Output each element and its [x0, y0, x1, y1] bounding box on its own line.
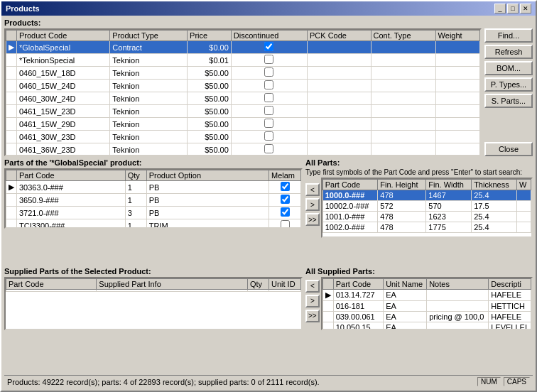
discontinued-checkbox[interactable]	[264, 131, 273, 141]
window-content: Products: Product Code Product Type Pric…	[1, 16, 536, 391]
col-product-option[interactable]: Product Option	[146, 170, 268, 181]
melam-checkbox[interactable]	[281, 182, 290, 191]
table-row[interactable]: 0461_36W_23D Teknion $50.00	[6, 143, 480, 156]
table-row[interactable]: *TeknionSpecial Teknion $0.01	[6, 54, 480, 67]
find-button[interactable]: Find...	[484, 28, 533, 43]
col-melam[interactable]: Melam	[269, 170, 301, 181]
col-as-desc[interactable]: Descripti	[489, 278, 531, 289]
refresh-button[interactable]: Refresh	[484, 45, 533, 59]
title-bar-controls: _ □ ✕	[494, 4, 531, 13]
all-parts-double-right[interactable]: >>	[305, 213, 320, 226]
col-part-code[interactable]: Part Code	[17, 170, 126, 181]
table-row[interactable]: 0461_30W_23D Teknion $50.00	[6, 131, 480, 143]
table-row[interactable]: 039.00.061 EA pricing @ 100,0 HAFELE	[322, 311, 531, 322]
table-row[interactable]: 0460_15W_24D Teknion $50.00	[6, 80, 480, 92]
table-row[interactable]: 10002.0-### 572 570 17.5	[322, 201, 531, 212]
discontinued-checkbox[interactable]	[264, 106, 273, 115]
supplied-with-buttons: Part Code Supplied Part Info Qty Unit ID	[4, 277, 303, 330]
close-window-button[interactable]: ✕	[520, 4, 531, 13]
col-sup-part-code[interactable]: Part Code	[6, 278, 97, 289]
col-cont-type[interactable]: Cont. Type	[371, 31, 435, 41]
supplied-table: Part Code Supplied Part Info Qty Unit ID	[6, 278, 301, 292]
col-sup-info[interactable]: Supplied Part Info	[97, 278, 248, 289]
s-parts-button[interactable]: S. Parts...	[484, 94, 533, 108]
status-text: Products: 49222 record(s); parts: 4 of 2…	[7, 378, 320, 386]
col-as-unit[interactable]: Unit Name	[384, 278, 427, 289]
bom-button[interactable]: BOM...	[484, 61, 533, 75]
table-row	[6, 289, 301, 291]
table-row[interactable]: ▶ *GlobalSpecial Contract $0.00	[6, 41, 480, 54]
discontinued-checkbox[interactable]	[264, 144, 273, 153]
col-qty[interactable]: Qty	[125, 170, 146, 181]
col-sup-qty[interactable]: Qty	[248, 278, 269, 289]
melam-checkbox[interactable]	[281, 220, 290, 229]
products-area: Product Code Product Type Price Disconti…	[4, 28, 533, 156]
discontinued-checkbox[interactable]	[264, 93, 273, 102]
col-pck-code[interactable]: PCK Code	[307, 31, 371, 41]
all-parts-right-arrow[interactable]: >	[305, 198, 320, 211]
all-supplied-left-arrow[interactable]: <	[305, 280, 320, 293]
supplied-label: Supplied Parts of the Selected Product:	[4, 267, 303, 276]
products-table-container[interactable]: Product Code Product Type Price Disconti…	[4, 28, 482, 156]
all-parts-label: All Parts:	[305, 158, 533, 167]
status-indicators: NUM CAPS	[477, 377, 530, 386]
col-price[interactable]: Price	[188, 31, 232, 41]
table-row[interactable]: 1000.0-### 478 1467 25.4	[322, 190, 531, 201]
all-parts-table-container[interactable]: Part Code Fin. Height Fin. Width Thickne…	[321, 178, 533, 238]
discontinued-checkbox[interactable]	[264, 119, 273, 128]
col-discontinued[interactable]: Discontinued	[231, 31, 307, 41]
table-row[interactable]: 1002.0-### 478 1775 25.4	[322, 222, 531, 233]
col-ap-thickness[interactable]: Thickness	[472, 180, 517, 190]
all-parts-left-arrow[interactable]: <	[305, 183, 320, 196]
col-product-code[interactable]: Product Code	[17, 31, 110, 41]
discontinued-checkbox[interactable]	[264, 55, 273, 64]
all-supplied-table-container[interactable]: Part Code Unit Name Notes Descripti ▶ 01…	[321, 277, 533, 330]
close-button[interactable]: Close	[484, 142, 533, 156]
parts-table: Part Code Qty Product Option Melam ▶ 303…	[6, 170, 301, 229]
title-bar: Products _ □ ✕	[1, 1, 536, 16]
right-panels: All Parts: Type first symbols of the Par…	[305, 158, 533, 373]
col-ap-w[interactable]: W	[517, 180, 531, 190]
left-panels: Parts of the '*GlobalSpecial' product: P…	[4, 158, 303, 373]
all-supplied-double-right[interactable]: >>	[305, 310, 320, 322]
parts-table-container[interactable]: Part Code Qty Product Option Melam ▶ 303…	[4, 168, 303, 229]
products-table: Product Code Product Type Price Disconti…	[6, 30, 480, 156]
col-ap-height[interactable]: Fin. Height	[378, 180, 426, 190]
table-row[interactable]: 0460_15W_18D Teknion $50.00	[6, 67, 480, 80]
table-row[interactable]: 3650.9-### 1 PB	[6, 194, 301, 207]
minimize-button[interactable]: _	[494, 4, 506, 13]
col-product-type[interactable]: Product Type	[110, 31, 188, 41]
maximize-button[interactable]: □	[507, 4, 519, 13]
table-row[interactable]: ▶ 30363.0-### 1 PB	[6, 181, 301, 194]
col-as-notes[interactable]: Notes	[427, 278, 489, 289]
table-row[interactable]: TCI3300-### 1 TRIM	[6, 219, 301, 229]
melam-checkbox[interactable]	[281, 207, 290, 217]
table-row[interactable]: 0461_15W_29D Teknion $50.00	[6, 118, 480, 131]
discontinued-checkbox[interactable]	[264, 80, 273, 89]
table-row[interactable]: 3721.0-### 3 PB	[6, 207, 301, 219]
table-row[interactable]: 0461_15W_23D Teknion $50.00	[6, 105, 480, 118]
col-as-arrow	[322, 278, 333, 289]
all-supplied-right-arrow[interactable]: >	[305, 295, 320, 307]
main-window: Products _ □ ✕ Products: Product Code Pr…	[0, 0, 537, 392]
discontinued-checkbox[interactable]	[264, 67, 273, 77]
melam-checkbox[interactable]	[281, 195, 290, 204]
table-row[interactable]: 016-181 EA HETTICH	[322, 300, 531, 311]
col-as-code[interactable]: Part Code	[333, 278, 383, 289]
products-section: Products: Product Code Product Type Pric…	[4, 18, 533, 156]
col-sup-unit[interactable]: Unit ID	[269, 278, 301, 289]
table-row[interactable]: 0460_30W_24D Teknion $50.00	[6, 92, 480, 105]
table-row[interactable]: 1001.0-### 478 1623 25.4	[322, 212, 531, 222]
discontinued-checkbox[interactable]	[264, 42, 273, 51]
p-types-button[interactable]: P. Types...	[484, 77, 533, 92]
table-row[interactable]: ▶ 013.14.727 EA HAFELE	[322, 289, 531, 300]
supplied-panel: Supplied Parts of the Selected Product: …	[4, 267, 303, 374]
col-ap-width[interactable]: Fin. Width	[426, 180, 472, 190]
table-row[interactable]: 10.050.15 EA LEVELLEI	[322, 322, 531, 330]
parts-label: Parts of the '*GlobalSpecial' product:	[4, 158, 303, 167]
col-ap-code[interactable]: Part Code	[322, 180, 378, 190]
all-supplied-panel: All Supplied Parts: < > >>	[305, 267, 533, 374]
num-indicator: NUM	[477, 377, 501, 386]
supplied-table-container[interactable]: Part Code Supplied Part Info Qty Unit ID	[4, 277, 303, 330]
col-weight[interactable]: Weight	[435, 31, 479, 41]
